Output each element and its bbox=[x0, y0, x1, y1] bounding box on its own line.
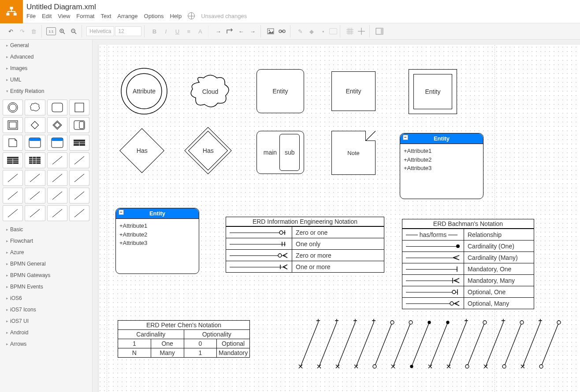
menu-help[interactable]: Help bbox=[170, 13, 182, 19]
link-icon[interactable] bbox=[277, 26, 287, 37]
shape-thumb[interactable] bbox=[3, 100, 23, 115]
menu-view[interactable]: View bbox=[58, 13, 70, 19]
guides-icon[interactable] bbox=[356, 26, 367, 37]
shape-has-diamond[interactable]: Has bbox=[120, 129, 164, 173]
edit-style-icon[interactable] bbox=[329, 28, 337, 34]
shape-cloud[interactable]: Cloud bbox=[186, 71, 234, 111]
connection-icon[interactable]: → bbox=[213, 26, 223, 37]
line-start-icon[interactable]: ← bbox=[236, 26, 246, 37]
doc-title[interactable]: Untitled Diagram.xml bbox=[26, 3, 576, 11]
shape-thumb[interactable] bbox=[47, 205, 67, 221]
italic-icon[interactable]: I bbox=[160, 26, 171, 37]
shape-thumb[interactable] bbox=[25, 188, 45, 203]
line-end-icon[interactable]: → bbox=[247, 26, 258, 37]
menu-format[interactable]: Format bbox=[76, 13, 94, 19]
menu-options[interactable]: Options bbox=[144, 13, 164, 19]
palette-images[interactable]: Images bbox=[0, 63, 92, 74]
waypoint-icon[interactable] bbox=[224, 26, 235, 37]
palette-entity-relation[interactable]: Entity Relation bbox=[0, 85, 92, 97]
shape-thumb[interactable] bbox=[47, 135, 67, 151]
fillcolor-icon[interactable]: ◆ bbox=[306, 26, 317, 37]
palette-flowchart[interactable]: Flowchart bbox=[0, 235, 92, 247]
shape-hierarchy[interactable]: main sub bbox=[257, 131, 304, 174]
shape-ie-notation[interactable]: ERD Information Engineering Notation Zer… bbox=[226, 217, 384, 273]
shape-thumb[interactable] bbox=[25, 170, 45, 186]
shape-thumb[interactable] bbox=[3, 170, 23, 186]
shape-bachman-notation[interactable]: ERD Bachman's Notation has/formsRelation… bbox=[402, 219, 534, 309]
menu-arrange[interactable]: Arrange bbox=[117, 13, 138, 19]
shape-thumb[interactable] bbox=[25, 205, 45, 221]
shape-entity-square[interactable]: Entity bbox=[331, 71, 376, 111]
palette-bpmn-events[interactable]: BPMN Events bbox=[0, 281, 92, 292]
palette-bpmn-gateways[interactable]: BPMN Gateways bbox=[0, 270, 92, 281]
shape-thumb[interactable] bbox=[69, 100, 89, 115]
shape-thumb[interactable] bbox=[3, 188, 23, 203]
redo-icon[interactable]: ↷ bbox=[17, 26, 27, 37]
align-icon[interactable]: ≡ bbox=[183, 26, 194, 37]
logo[interactable] bbox=[0, 0, 23, 23]
grid-icon[interactable] bbox=[345, 26, 355, 37]
palette-advanced[interactable]: Advanced bbox=[0, 51, 92, 63]
delete-icon[interactable]: 🗑 bbox=[28, 26, 39, 37]
shape-has-double-diamond[interactable]: Has bbox=[186, 129, 230, 173]
palette-ios7-icons[interactable]: iOS7 Icons bbox=[0, 304, 92, 315]
menu-edit[interactable]: Edit bbox=[42, 13, 52, 19]
shadow-icon[interactable]: ▪ bbox=[318, 26, 328, 37]
shape-thumb[interactable] bbox=[69, 152, 89, 168]
menu-text[interactable]: Text bbox=[100, 13, 111, 19]
shape-entity-rounded[interactable]: Entity bbox=[257, 69, 304, 113]
shape-thumb[interactable] bbox=[69, 135, 89, 151]
underline-icon[interactable]: U bbox=[172, 26, 182, 37]
font-size-input[interactable]: 12 bbox=[115, 26, 141, 36]
shape-thumb[interactable] bbox=[3, 135, 23, 151]
shape-thumb[interactable] bbox=[25, 135, 45, 151]
shape-attribute[interactable]: Attribute bbox=[120, 67, 168, 115]
shape-thumb[interactable] bbox=[47, 100, 67, 115]
palette-arrows[interactable]: Arrows bbox=[0, 338, 92, 350]
palette-ios6[interactable]: iOS6 bbox=[0, 292, 92, 304]
palette-android[interactable]: Android bbox=[0, 327, 92, 338]
linecolor-icon[interactable]: ✎ bbox=[295, 26, 305, 37]
zoom-out-icon[interactable] bbox=[68, 26, 79, 37]
shape-thumb[interactable] bbox=[25, 117, 45, 133]
bold-icon[interactable]: B bbox=[149, 26, 160, 37]
shape-thumb[interactable] bbox=[47, 170, 67, 186]
shape-thumb[interactable] bbox=[3, 117, 23, 133]
shape-thumb[interactable] bbox=[47, 188, 67, 203]
image-icon[interactable] bbox=[265, 26, 276, 37]
shape-thumb[interactable] bbox=[47, 117, 67, 133]
palette-bpmn-general[interactable]: BPMN General bbox=[0, 258, 92, 270]
shape-erd-entity-2[interactable]: Entity +Attribute1 +Attribute2 +Attribut… bbox=[115, 208, 199, 274]
palette-azure[interactable]: Azure bbox=[0, 247, 92, 258]
svg-line-109 bbox=[486, 322, 503, 366]
shape-note[interactable]: Note bbox=[331, 131, 376, 175]
palette-uml[interactable]: UML bbox=[0, 74, 92, 85]
connector-samples-lines[interactable] bbox=[283, 318, 580, 371]
shape-thumb[interactable] bbox=[69, 117, 89, 133]
shape-chen-notation[interactable]: ERD Peter Chen's Notation CardinalityOpt… bbox=[118, 320, 250, 358]
palette-basic[interactable]: Basic bbox=[0, 224, 92, 235]
shape-thumb[interactable] bbox=[3, 205, 23, 221]
palette-ios7-ui[interactable]: iOS7 UI bbox=[0, 315, 92, 327]
menu-file[interactable]: File bbox=[26, 13, 36, 19]
svg-line-98 bbox=[375, 322, 392, 366]
shape-thumb[interactable] bbox=[25, 100, 45, 115]
zoom-in-icon[interactable] bbox=[57, 26, 67, 37]
format-panel-icon[interactable] bbox=[374, 26, 385, 37]
shape-thumb[interactable] bbox=[47, 152, 67, 168]
font-name-input[interactable]: Helvetica bbox=[86, 26, 114, 36]
shape-thumb[interactable] bbox=[3, 152, 23, 168]
shape-entity-frame[interactable]: Entity bbox=[409, 69, 457, 114]
shape-thumb[interactable] bbox=[69, 170, 89, 186]
undo-icon[interactable]: ↶ bbox=[5, 26, 16, 37]
shape-thumb[interactable] bbox=[69, 205, 89, 221]
shape-erd-entity-1[interactable]: Entity +Attribute1 +Attribute2 +Attribut… bbox=[400, 133, 483, 199]
shape-thumb[interactable] bbox=[69, 188, 89, 203]
font-color-icon[interactable]: A bbox=[195, 26, 205, 37]
svg-rect-29 bbox=[75, 103, 84, 112]
zoom-fit-icon[interactable]: 1:1 bbox=[46, 27, 56, 35]
shape-thumb[interactable] bbox=[25, 152, 45, 168]
language-icon[interactable] bbox=[188, 12, 195, 19]
canvas[interactable]: Attribute Cloud Entity Entity Entity Has… bbox=[98, 45, 580, 392]
palette-general[interactable]: General bbox=[0, 40, 92, 51]
